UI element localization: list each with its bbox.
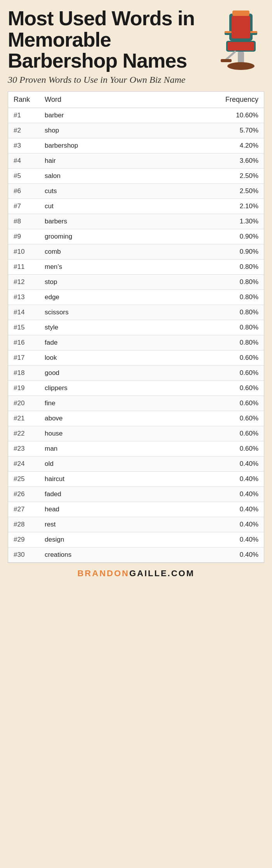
cell-frequency: 10.60% xyxy=(140,108,264,123)
cell-rank: #19 xyxy=(8,380,39,396)
cell-rank: #26 xyxy=(8,486,39,502)
cell-rank: #28 xyxy=(8,517,39,532)
cell-word: old xyxy=(39,456,140,471)
header-section: Most Used Words in Memorable Barbershop … xyxy=(8,8,264,86)
cell-word: grooming xyxy=(39,229,140,244)
cell-frequency: 0.80% xyxy=(140,289,264,305)
table-row: #5salon2.50% xyxy=(8,168,264,183)
cell-word: head xyxy=(39,502,140,517)
table-row: #8barbers1.30% xyxy=(8,214,264,229)
cell-word: haircut xyxy=(39,471,140,486)
svg-rect-9 xyxy=(221,59,232,62)
main-title: Most Used Words in Memorable Barbershop … xyxy=(8,8,210,71)
table-row: #20fine0.60% xyxy=(8,396,264,411)
cell-rank: #5 xyxy=(8,168,39,183)
page-container: Most Used Words in Memorable Barbershop … xyxy=(0,0,272,588)
table-row: #30creations0.40% xyxy=(8,547,264,562)
table-row: #24old0.40% xyxy=(8,456,264,471)
cell-frequency: 5.70% xyxy=(140,123,264,138)
cell-word: cuts xyxy=(39,183,140,199)
cell-rank: #1 xyxy=(8,108,39,123)
cell-word: cut xyxy=(39,199,140,214)
table-row: #15style0.80% xyxy=(8,320,264,335)
cell-rank: #7 xyxy=(8,199,39,214)
cell-word: men’s xyxy=(39,259,140,274)
cell-word: stop xyxy=(39,274,140,289)
cell-frequency: 0.40% xyxy=(140,532,264,547)
cell-rank: #29 xyxy=(8,532,39,547)
svg-rect-6 xyxy=(238,52,244,63)
cell-word: look xyxy=(39,350,140,365)
cell-frequency: 2.50% xyxy=(140,168,264,183)
title-block: Most Used Words in Memorable Barbershop … xyxy=(8,8,210,86)
svg-point-7 xyxy=(227,62,255,70)
cell-frequency: 0.60% xyxy=(140,441,264,456)
table-row: #22house0.60% xyxy=(8,426,264,441)
svg-line-8 xyxy=(225,52,235,60)
cell-word: rest xyxy=(39,517,140,532)
cell-frequency: 0.60% xyxy=(140,411,264,426)
cell-word: fine xyxy=(39,396,140,411)
col-header-rank: Rank xyxy=(8,92,39,108)
table-row: #28rest0.40% xyxy=(8,517,264,532)
cell-word: barbershop xyxy=(39,138,140,153)
col-header-word: Word xyxy=(39,92,140,108)
cell-frequency: 0.60% xyxy=(140,350,264,365)
cell-rank: #3 xyxy=(8,138,39,153)
table-row: #26faded0.40% xyxy=(8,486,264,502)
cell-rank: #9 xyxy=(8,229,39,244)
cell-frequency: 0.40% xyxy=(140,456,264,471)
table-row: #11men’s0.80% xyxy=(8,259,264,274)
cell-word: barber xyxy=(39,108,140,123)
cell-frequency: 0.80% xyxy=(140,305,264,320)
cell-word: salon xyxy=(39,168,140,183)
cell-rank: #10 xyxy=(8,244,39,259)
table-row: #3barbershop4.20% xyxy=(8,138,264,153)
cell-rank: #11 xyxy=(8,259,39,274)
cell-frequency: 1.30% xyxy=(140,214,264,229)
cell-rank: #23 xyxy=(8,441,39,456)
subtitle: 30 Proven Words to Use in Your Own Biz N… xyxy=(8,74,210,86)
table-row: #19clippers0.60% xyxy=(8,380,264,396)
table-row: #29design0.40% xyxy=(8,532,264,547)
cell-frequency: 0.40% xyxy=(140,547,264,562)
cell-rank: #13 xyxy=(8,289,39,305)
cell-word: style xyxy=(39,320,140,335)
table-header-row: Rank Word Frequency xyxy=(8,92,264,108)
table-row: #7cut2.10% xyxy=(8,199,264,214)
table-row: #16fade0.80% xyxy=(8,335,264,350)
table-row: #17look0.60% xyxy=(8,350,264,365)
data-table-wrapper: Rank Word Frequency #1barber10.60%#2shop… xyxy=(8,91,264,563)
table-row: #9grooming0.90% xyxy=(8,229,264,244)
cell-rank: #12 xyxy=(8,274,39,289)
cell-rank: #4 xyxy=(8,153,39,168)
cell-word: faded xyxy=(39,486,140,502)
cell-word: good xyxy=(39,365,140,380)
table-row: #25haircut0.40% xyxy=(8,471,264,486)
barber-chair-icon xyxy=(214,10,264,72)
cell-rank: #6 xyxy=(8,183,39,199)
table-row: #14scissors0.80% xyxy=(8,305,264,320)
cell-rank: #18 xyxy=(8,365,39,380)
cell-rank: #22 xyxy=(8,426,39,441)
cell-frequency: 0.40% xyxy=(140,502,264,517)
cell-rank: #15 xyxy=(8,320,39,335)
cell-word: hair xyxy=(39,153,140,168)
table-row: #10comb0.90% xyxy=(8,244,264,259)
footer-brand: BRANDONGAILLE.COM xyxy=(77,568,195,578)
cell-frequency: 0.80% xyxy=(140,335,264,350)
cell-word: clippers xyxy=(39,380,140,396)
cell-rank: #2 xyxy=(8,123,39,138)
cell-word: comb xyxy=(39,244,140,259)
svg-rect-1 xyxy=(232,16,250,38)
cell-word: creations xyxy=(39,547,140,562)
table-row: #12stop0.80% xyxy=(8,274,264,289)
cell-frequency: 0.40% xyxy=(140,486,264,502)
svg-rect-12 xyxy=(250,31,257,33)
cell-word: edge xyxy=(39,289,140,305)
cell-rank: #17 xyxy=(8,350,39,365)
cell-word: shop xyxy=(39,123,140,138)
cell-word: design xyxy=(39,532,140,547)
cell-frequency: 0.80% xyxy=(140,274,264,289)
table-row: #4hair3.60% xyxy=(8,153,264,168)
